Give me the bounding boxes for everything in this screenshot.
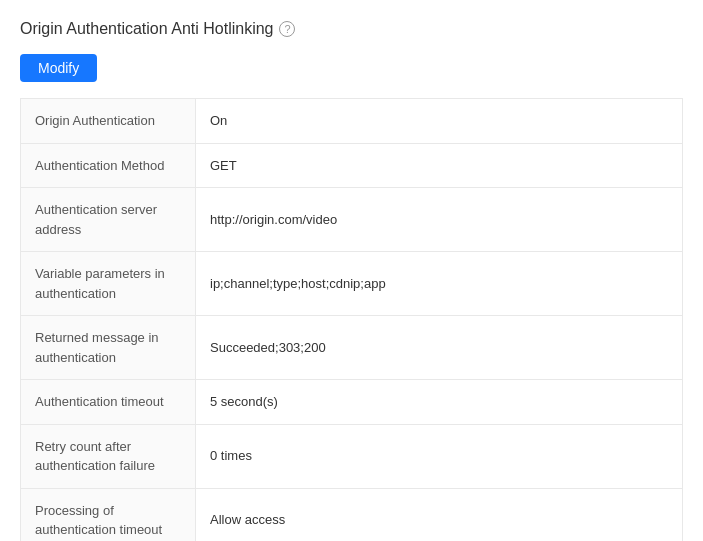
table-row: Retry count after authentication failure… (21, 424, 683, 488)
table-row: Authentication MethodGET (21, 143, 683, 188)
table-row: Processing of authentication timeoutAllo… (21, 488, 683, 541)
table-cell-label: Origin Authentication (21, 99, 196, 144)
table-row: Authentication server addresshttp://orig… (21, 188, 683, 252)
table-cell-value: 0 times (196, 424, 683, 488)
table-cell-label: Processing of authentication timeout (21, 488, 196, 541)
table-cell-value: On (196, 99, 683, 144)
table-cell-label: Authentication Method (21, 143, 196, 188)
table-cell-label: Variable parameters in authentication (21, 252, 196, 316)
table-cell-value: Succeeded;303;200 (196, 316, 683, 380)
modify-button[interactable]: Modify (20, 54, 97, 82)
table-cell-value: GET (196, 143, 683, 188)
table-cell-value: ip;channel;type;host;cdnip;app (196, 252, 683, 316)
table-row: Origin AuthenticationOn (21, 99, 683, 144)
table-row: Variable parameters in authenticationip;… (21, 252, 683, 316)
table-cell-value: 5 second(s) (196, 380, 683, 425)
table-cell-value: Allow access (196, 488, 683, 541)
table-row: Authentication timeout5 second(s) (21, 380, 683, 425)
table-cell-label: Authentication timeout (21, 380, 196, 425)
help-icon[interactable]: ? (279, 21, 295, 37)
table-cell-label: Authentication server address (21, 188, 196, 252)
table-row: Returned message in authenticationSuccee… (21, 316, 683, 380)
table-cell-label: Returned message in authentication (21, 316, 196, 380)
page-title: Origin Authentication Anti Hotlinking ? (20, 20, 683, 38)
info-table: Origin AuthenticationOnAuthentication Me… (20, 98, 683, 541)
table-cell-value: http://origin.com/video (196, 188, 683, 252)
table-cell-label: Retry count after authentication failure (21, 424, 196, 488)
